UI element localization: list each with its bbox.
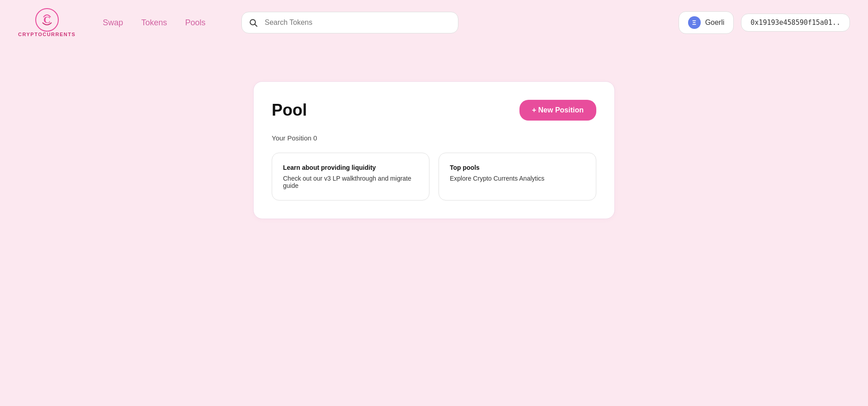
- liquidity-info-card[interactable]: Learn about providing liquidity Check ou…: [272, 153, 429, 201]
- header-right: Ξ Goerli 0x19193e458590f15a01..: [679, 11, 850, 34]
- logo[interactable]: C CRYPTOCURRENTS: [18, 8, 75, 37]
- pool-title: Pool: [272, 101, 307, 120]
- eth-symbol: Ξ: [692, 19, 696, 26]
- search-container: [241, 12, 458, 33]
- liquidity-card-title: Learn about providing liquidity: [283, 164, 418, 171]
- nav-pools[interactable]: Pools: [185, 18, 205, 28]
- eth-icon: Ξ: [688, 16, 701, 29]
- network-button[interactable]: Ξ Goerli: [679, 11, 734, 34]
- position-count: Your Position 0: [272, 134, 596, 142]
- top-pools-card-desc: Explore Crypto Currents Analytics: [450, 175, 585, 182]
- svg-line-3: [255, 24, 257, 27]
- wallet-address-button[interactable]: 0x19193e458590f15a01..: [741, 14, 850, 32]
- pool-header: Pool + New Position: [272, 100, 596, 121]
- main-content: Pool + New Position Your Position 0 Lear…: [0, 45, 868, 219]
- nav-links: Swap Tokens Pools: [103, 18, 205, 28]
- navbar: C CRYPTOCURRENTS Swap Tokens Pools Ξ Goe…: [0, 0, 868, 45]
- liquidity-card-desc: Check out our v3 LP walkthrough and migr…: [283, 175, 418, 189]
- logo-icon: C: [35, 8, 59, 32]
- nav-swap[interactable]: Swap: [103, 18, 123, 28]
- top-pools-info-card[interactable]: Top pools Explore Crypto Currents Analyt…: [439, 153, 596, 201]
- logo-text: CRYPTOCURRENTS: [18, 32, 75, 37]
- pool-card: Pool + New Position Your Position 0 Lear…: [253, 81, 615, 219]
- nav-tokens[interactable]: Tokens: [141, 18, 167, 28]
- search-icon: [249, 18, 258, 27]
- new-position-button[interactable]: + New Position: [519, 100, 596, 121]
- search-input[interactable]: [241, 12, 458, 33]
- info-cards-row: Learn about providing liquidity Check ou…: [272, 153, 596, 201]
- network-name: Goerli: [705, 19, 725, 27]
- top-pools-card-title: Top pools: [450, 164, 585, 171]
